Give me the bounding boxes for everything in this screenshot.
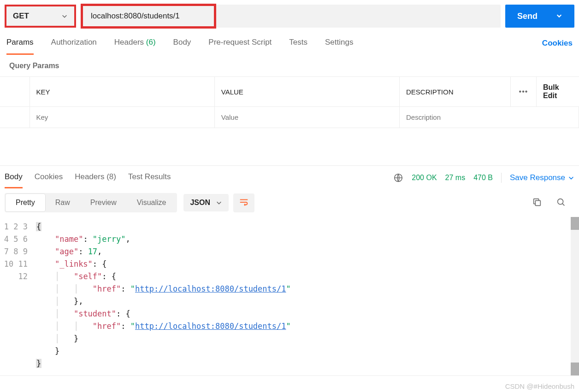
- response-tabs: Body Cookies Headers (8) Test Results 20…: [0, 166, 579, 188]
- qp-row-checkbox[interactable]: [0, 107, 30, 128]
- view-tab-preview[interactable]: Preview: [80, 194, 127, 211]
- resp-tab-cookies[interactable]: Cookies: [35, 172, 63, 188]
- view-tab-pretty[interactable]: Pretty: [6, 194, 45, 211]
- svg-point-2: [558, 199, 563, 204]
- qp-key-input[interactable]: [36, 113, 208, 121]
- qp-header-desc: DESCRIPTION: [400, 77, 511, 107]
- tab-authorization[interactable]: Authorization: [51, 38, 97, 55]
- send-button[interactable]: Send: [505, 5, 574, 28]
- tab-tests[interactable]: Tests: [289, 38, 307, 55]
- response-size: 470 B: [473, 174, 493, 182]
- wrap-lines-button[interactable]: [233, 193, 254, 212]
- dots-icon: •••: [519, 88, 528, 95]
- http-method-label: GET: [13, 12, 29, 21]
- qp-header-value: VALUE: [214, 77, 399, 107]
- qp-desc-input[interactable]: [406, 113, 572, 121]
- response-section-divider: [0, 128, 579, 166]
- response-body-code: { "name": "jerry", "age": 17, "_links": …: [36, 221, 579, 370]
- tab-headers-count: (6): [146, 38, 156, 47]
- status-code: 200 OK: [412, 174, 437, 182]
- footer-divider: [0, 375, 579, 385]
- qp-header-key: KEY: [30, 77, 214, 107]
- resp-tab-body[interactable]: Body: [5, 172, 23, 188]
- response-body-viewer[interactable]: 1 2 3 4 5 6 7 8 9 10 11 12 { "name": "je…: [0, 217, 579, 375]
- line-gutter: 1 2 3 4 5 6 7 8 9 10 11 12: [0, 221, 36, 370]
- search-icon[interactable]: [556, 197, 566, 209]
- response-format-label: JSON: [190, 199, 210, 207]
- chevron-down-icon: [556, 12, 562, 21]
- send-button-label: Send: [517, 12, 538, 21]
- tab-body[interactable]: Body: [173, 38, 191, 55]
- divider: [501, 173, 502, 183]
- svg-rect-1: [535, 200, 540, 205]
- scroll-thumb-top[interactable]: [571, 217, 579, 230]
- response-time: 27 ms: [445, 174, 466, 182]
- tab-params[interactable]: Params: [6, 38, 34, 55]
- qp-checkbox-col: [0, 77, 30, 107]
- http-method-select[interactable]: GET: [5, 5, 76, 28]
- qp-more-actions[interactable]: •••: [511, 77, 537, 107]
- response-format-select[interactable]: JSON: [183, 194, 229, 211]
- copy-icon[interactable]: [532, 197, 542, 209]
- globe-icon[interactable]: [393, 173, 403, 183]
- query-params-title: Query Params: [0, 55, 579, 76]
- save-response-button[interactable]: Save Response: [510, 173, 574, 182]
- chevron-down-icon: [61, 13, 68, 19]
- tab-prerequest[interactable]: Pre-request Script: [208, 38, 272, 55]
- scroll-thumb-bottom[interactable]: [571, 363, 579, 375]
- cookies-link[interactable]: Cookies: [542, 39, 573, 54]
- save-response-label: Save Response: [510, 173, 565, 182]
- url-input-wrap: [81, 5, 501, 28]
- bulk-edit-button[interactable]: Bulk Edit: [537, 77, 579, 107]
- response-view-tabs: Pretty Raw Preview Visualize: [5, 193, 177, 212]
- url-input[interactable]: [81, 5, 501, 28]
- tab-headers-label: Headers: [114, 38, 144, 47]
- response-toolbar: Pretty Raw Preview Visualize JSON: [0, 188, 579, 217]
- scrollbar[interactable]: [571, 217, 579, 375]
- resp-tab-headers[interactable]: Headers (8): [75, 172, 116, 188]
- tab-headers[interactable]: Headers (6): [114, 38, 156, 55]
- resp-tab-headers-count: (8): [106, 172, 116, 181]
- view-tab-raw[interactable]: Raw: [45, 194, 80, 211]
- response-status-bar: 200 OK 27 ms 470 B Save Response: [393, 173, 574, 188]
- request-bar: GET Send: [0, 0, 579, 32]
- query-params-table: KEY VALUE DESCRIPTION ••• Bulk Edit: [0, 76, 579, 128]
- qp-value-input[interactable]: [221, 113, 393, 121]
- view-tab-visualize[interactable]: Visualize: [127, 194, 177, 211]
- tab-settings[interactable]: Settings: [325, 38, 353, 55]
- resp-tab-testresults[interactable]: Test Results: [128, 172, 171, 188]
- request-tabs: Params Authorization Headers (6) Body Pr…: [0, 32, 579, 55]
- resp-tab-headers-label: Headers: [75, 172, 104, 181]
